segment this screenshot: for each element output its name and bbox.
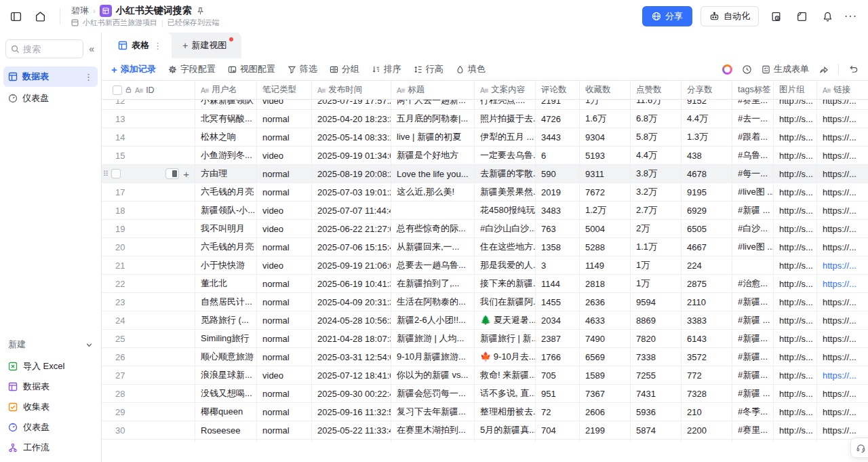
sidebar-item-datatable[interactable]: 数据表 ⋮ (3, 66, 98, 87)
cell-images[interactable]: http://s... (774, 403, 817, 421)
cell-title[interactable] (391, 201, 475, 220)
cell-id[interactable]: 23 (102, 293, 195, 311)
cell-type[interactable]: video (257, 366, 312, 385)
cell-type[interactable]: normal (257, 275, 312, 293)
cell-title[interactable]: 在赛里木湖拍到... (391, 421, 475, 440)
cell-images[interactable]: http://s... (774, 201, 817, 220)
cell-time[interactable]: 2025-05-14 08:33:11 (312, 128, 391, 147)
cell-title[interactable]: 新疆会惩罚每一... (391, 385, 475, 403)
field-config-button[interactable]: 字段配置 (168, 63, 216, 75)
select-all-checkbox[interactable] (113, 85, 122, 95)
column-header-comments[interactable]: 评论数 (536, 81, 580, 99)
cell-likes[interactable]: 5936 (631, 403, 682, 421)
table-row[interactable]: ⠿+方由理normal2025-08-19 20:08:22Love the l… (102, 165, 868, 183)
column-header-id[interactable]: A≡ID (102, 81, 195, 99)
cell-likes[interactable]: 7338 (631, 348, 682, 366)
cell-time[interactable]: 2025-07-19 17:57:21 (312, 100, 391, 110)
cell-id[interactable]: 31 (102, 440, 195, 442)
cell-time[interactable]: 2025-05-22 11:33:46 (312, 421, 391, 440)
cell-comments[interactable]: 6 (536, 147, 580, 165)
cell-tags[interactable]: #live图 ... (732, 183, 774, 201)
add-record-button[interactable]: + 添加记录 (111, 63, 156, 75)
cell-tags[interactable]: #新疆... (732, 293, 774, 311)
table-row[interactable]: 21小于快快游video2025-09-19 21:06:07总要去一趟乌鲁..… (102, 256, 868, 275)
link-text[interactable]: https://... (823, 206, 856, 216)
group-button[interactable]: 分组 (330, 63, 359, 75)
cell-collects[interactable]: 2199 (580, 421, 631, 440)
cell-likes[interactable]: 1万 (631, 256, 682, 275)
sort-button[interactable]: 排序 (372, 63, 401, 75)
cell-time[interactable]: 2025-04-09 20:31:31 (312, 293, 391, 311)
cell-type[interactable]: normal (257, 385, 312, 403)
cell-id[interactable]: 21 (102, 256, 195, 275)
column-header-link[interactable]: A≡链接 (817, 81, 868, 99)
cell-collects[interactable]: 4633 (580, 311, 631, 330)
cell-time[interactable]: 2025-06-22 21:27:03 (312, 220, 391, 238)
cell-time[interactable]: 2025-03-31 12:54:00 (312, 348, 391, 366)
cell-content[interactable]: 新疆旅行 | 新... (475, 330, 536, 348)
extensions-icon[interactable] (793, 7, 810, 25)
table-row[interactable]: 29椰椰queennormal2025-09-16 11:32:51复习下去年新… (102, 403, 868, 421)
table-row[interactable]: 22董北北normal2025-06-19 10:41:32在新疆拍到了,...… (102, 275, 868, 293)
ai-assistant-icon[interactable] (722, 64, 732, 75)
item-menu-icon[interactable]: ⋮ (84, 72, 93, 82)
cell-id[interactable]: 24 (102, 311, 195, 330)
cell-user[interactable]: 小森新疆领队 (195, 100, 257, 110)
cell-link[interactable]: https://... (817, 220, 868, 238)
cell-tags[interactable]: #新疆 ... (732, 201, 774, 220)
cell-user[interactable]: 小鱼游到冬... (195, 147, 257, 165)
cell-comments[interactable]: 2387 (536, 330, 580, 348)
cell-time[interactable]: 2025-09-30 00:22:48 (312, 385, 391, 403)
page-title[interactable]: 小红书关键词搜索 (116, 5, 192, 17)
cell-shares[interactable]: 3572 (682, 348, 732, 366)
cell-title[interactable]: 生活在阿勒泰的... (391, 293, 475, 311)
cell-tags[interactable]: #赛里... (732, 100, 774, 110)
cell-link[interactable]: https://... (817, 256, 868, 275)
row-checkbox[interactable] (111, 169, 121, 178)
cell-title[interactable]: 总有些惊奇的际... (391, 220, 475, 238)
link-text[interactable]: https://... (823, 169, 856, 179)
cell-time[interactable]: 2025-04-20 18:23:39 (312, 110, 391, 128)
cell-title[interactable]: 新疆是个好地方 (391, 147, 475, 165)
cell-collects[interactable]: 6569 (580, 348, 631, 366)
cell-content[interactable]: 救命! 来新疆... (475, 366, 536, 385)
cell-user[interactable]: 自然居民计... (195, 293, 257, 311)
column-header-shares[interactable]: 分享数 (682, 81, 732, 99)
cell-likes[interactable]: 7255 (631, 366, 682, 385)
cell-likes[interactable]: 7820 (631, 330, 682, 348)
cell-content[interactable]: 我们在新疆阿... (475, 293, 536, 311)
cell-user[interactable]: 董北北 (195, 275, 257, 293)
cell-collects[interactable]: 1589 (580, 366, 631, 385)
cell-content[interactable]: #白沙山白沙... (475, 220, 536, 238)
link-text[interactable]: https://... (823, 389, 856, 399)
cell-shares[interactable]: 4.4万 (682, 110, 732, 128)
cell-id[interactable]: 19 (102, 220, 195, 238)
home-icon[interactable] (31, 7, 49, 25)
cell-content[interactable]: 花4580报纯玩... (475, 201, 536, 220)
cell-likes[interactable]: 1万 (631, 275, 682, 293)
table-row[interactable]: 12小森新疆领队video2025-07-19 17:57:21两个人去一趟新.… (102, 100, 868, 110)
cell-type[interactable]: normal (257, 403, 312, 421)
cell-title[interactable]: 新疆2-6人小团!!... (391, 311, 475, 330)
cell-type[interactable]: normal (257, 421, 312, 440)
help-service-button[interactable] (850, 438, 868, 458)
cell-time[interactable]: 2025-09-19 21:06:07 (312, 256, 391, 275)
cell-tags[interactable]: #治愈... (732, 275, 774, 293)
cell-comments[interactable]: 3483 (536, 201, 580, 220)
create-item-dashboard[interactable]: 仪表盘 (3, 417, 98, 438)
cell-title[interactable]: 新疆的风 (391, 440, 475, 442)
cell-collects[interactable]: 1.2万 (580, 201, 631, 220)
share-view-icon[interactable] (818, 64, 829, 75)
cell-tags[interactable]: #白沙... (732, 220, 774, 238)
cell-id[interactable]: 14 (102, 128, 195, 147)
cell-tags[interactable]: #跟着... (732, 128, 774, 147)
cell-content[interactable]: 一定要去乌鲁... (475, 147, 536, 165)
version-history-icon[interactable] (767, 7, 785, 25)
cell-images[interactable]: http://s... (774, 165, 817, 183)
cell-user[interactable]: 六毛钱的月亮 (195, 183, 257, 201)
cell-content[interactable]: 接下来的新疆... (475, 275, 536, 293)
cell-user[interactable]: Roseesee (195, 421, 257, 440)
cell-comments[interactable]: 113 (536, 440, 580, 442)
cell-comments[interactable]: 2019 (536, 183, 580, 201)
cell-type[interactable]: normal (257, 440, 312, 442)
